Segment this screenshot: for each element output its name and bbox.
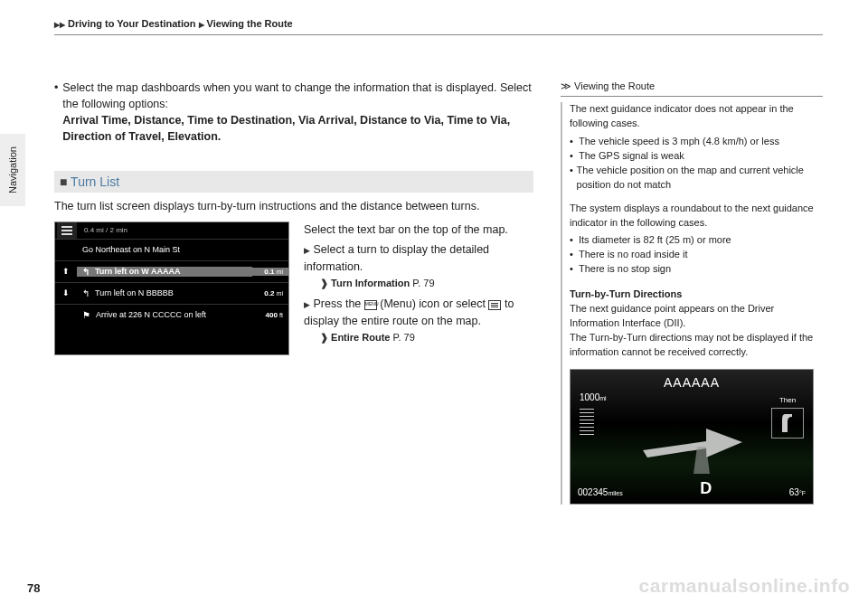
sidebar-p4: The Turn-by-Turn directions may not be d… [570,331,823,360]
sidebar-bullet-3: The vehicle position on the map and curr… [577,164,823,193]
sidebar-heading: ≫ Viewing the Route [561,80,823,97]
sidebar-p3: The next guidance point appears on the D… [570,302,823,331]
turn-list-intro: The turn list screen displays turn-by-tu… [54,198,533,214]
bullet-icon: • [570,262,579,277]
instruction-select-turn: Select a turn to display the detailed in… [304,243,489,273]
bullet-icon: • [570,248,579,262]
section-title: Turn List [71,174,119,189]
menu-icon [57,222,77,239]
breadcrumb-item-2: Viewing the Route [207,18,293,29]
turn-list-row-4: ⚑ Arrive at 226 N CCCCC on left [77,310,252,320]
link-arrow-icon: ❱ [320,278,328,288]
breadcrumb-item-1: Driving to Your Destination [68,18,195,29]
page-number: 78 [27,581,40,595]
ref-entire-route-page: P. 79 [393,332,415,343]
turn-list-row-2: ↰ Turn left on W AAAAA [77,267,252,277]
sidebar-bullet-2: The GPS signal is weak [579,149,684,164]
down-arrow-icon: ⬇ [55,288,77,297]
step-arrow-icon: ▶ [304,300,310,309]
turn-left-icon: ↰ [82,288,90,298]
dii-temperature: 63°F [789,486,806,500]
dii-screenshot: AAAAAA 1000mi Then 002345miles D [570,369,814,505]
list-inline-icon [488,300,501,310]
dii-distance-gauge: 1000mi [580,391,607,436]
turn-list-row-4-distance: 400 ft [252,311,288,319]
sidebar-subheading: Turn-by-Turn Directions [570,288,823,302]
dii-odometer: 002345miles [578,486,623,500]
svg-marker-0 [643,429,742,457]
step-arrow-icon: ▶ [304,246,310,255]
destination-icon: ⚑ [82,310,90,320]
dashboard-options: Arrival Time, Distance, Time to Destinat… [62,114,510,143]
dii-then-box: Then [771,395,804,439]
turn-left-icon: ↰ [82,267,90,277]
ref-entire-route: Entire Route [331,332,390,343]
side-tab-navigation: Navigation [0,134,25,206]
sidebar-c2: There is no road inside it [579,248,687,262]
turn-list-screenshot: 0.4 mi / 2 min Go Northeast on N Main St… [54,222,289,355]
turn-list-row-3-distance: 0.2 mi [252,289,288,297]
dii-title: AAAAAA [571,373,813,391]
bullet-icon: • [570,164,577,193]
breadcrumb-arrow-icon: ▶▶ [54,21,65,29]
ref-turn-information-page: P. 79 [412,278,434,288]
watermark: carmanualsonline.info [639,575,850,597]
turn-list-row-3: ↰ Turn left on N BBBBB [77,288,252,298]
dashboard-instruction: Select the map dashboards when you want … [62,81,531,110]
bullet-icon: • [570,135,579,149]
sidebar-p2: The system displays a roundabout to the … [570,202,823,231]
bullet-icon: • [54,80,62,146]
bullet-icon: • [570,149,579,164]
sidebar-c3: There is no stop sign [579,262,671,277]
sidebar-bullet-1: The vehicle speed is 3 mph (4.8 km/h) or… [579,135,779,149]
link-arrow-icon: ❱ [320,332,328,343]
instruction-press-menu-a: Press the [313,297,361,310]
ref-turn-information: Turn Information [331,278,410,288]
instruction-press-menu-b: (Menu) icon or select [380,297,486,310]
sidebar-title: Viewing the Route [574,80,655,91]
instruction-select-text-bar: Select the text bar on the top of the ma… [304,222,533,239]
dii-gear: D [700,476,712,500]
sidebar-heading-marker-icon: ≫ [561,80,571,91]
menu-inline-icon: MENU [364,300,377,310]
breadcrumb-arrow-icon: ▶ [199,21,204,29]
turn-list-timing: 0.4 mi / 2 min [84,226,127,234]
up-arrow-icon: ⬆ [55,267,77,276]
bullet-icon: • [570,233,579,248]
breadcrumb: ▶▶ Driving to Your Destination ▶ Viewing… [54,18,823,35]
section-heading-turn-list: ■ Turn List [54,171,533,193]
turn-list-row-2-distance: 0.1 mi [252,268,288,276]
turn-list-row-1: Go Northeast on N Main St [77,245,252,254]
dii-then-arrow-icon [771,408,804,439]
section-marker-icon: ■ [60,174,67,189]
sidebar-c1: Its diameter is 82 ft (25 m) or more [579,233,731,248]
dii-turn-arrow-icon [643,410,751,474]
sidebar-intro: The next guidance indicator does not app… [570,102,823,131]
